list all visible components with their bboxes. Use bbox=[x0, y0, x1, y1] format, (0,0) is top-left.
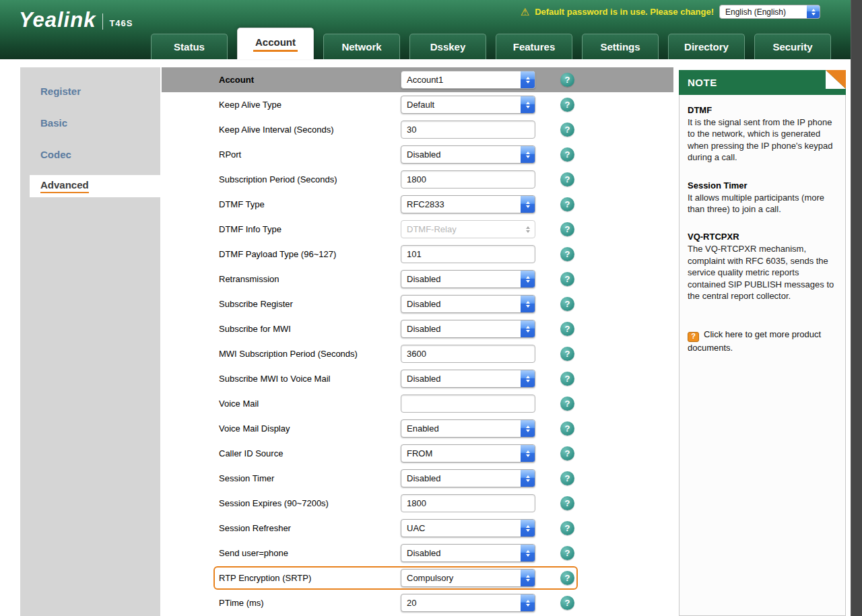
select-value: Disabled bbox=[407, 299, 441, 309]
help-icon[interactable]: ? bbox=[560, 471, 574, 485]
help-icon[interactable]: ? bbox=[560, 347, 574, 361]
help-icon[interactable]: ? bbox=[560, 123, 574, 137]
select-stepper bbox=[521, 520, 535, 537]
product-docs-link[interactable]: ?Click here to get more product document… bbox=[688, 329, 837, 353]
field-label: Keep Alive Interval (Seconds) bbox=[219, 117, 334, 142]
docs-help-icon[interactable]: ? bbox=[688, 332, 699, 342]
select-dtmf-type[interactable]: RFC2833 bbox=[401, 195, 535, 213]
help-icon[interactable]: ? bbox=[560, 247, 574, 261]
help-icon[interactable]: ? bbox=[560, 73, 574, 87]
help-icon[interactable]: ? bbox=[560, 98, 574, 112]
sidebar-item-label: Basic bbox=[40, 117, 67, 129]
input-voice-mail[interactable] bbox=[401, 395, 535, 413]
note-section-heading: VQ-RTCPXR bbox=[688, 232, 837, 242]
help-icon[interactable]: ? bbox=[560, 397, 574, 411]
input-session-expires-90-7200s[interactable] bbox=[401, 494, 535, 512]
select-retransmission[interactable]: Disabled bbox=[401, 270, 535, 288]
input-dtmf-payload-type-96-127[interactable] bbox=[401, 245, 535, 263]
chevron-down-icon bbox=[526, 205, 530, 208]
help-icon[interactable]: ? bbox=[560, 147, 574, 162]
field-control: UAC bbox=[401, 519, 535, 537]
tab-settings[interactable]: Settings bbox=[582, 34, 659, 59]
tab-security[interactable]: Security bbox=[754, 34, 831, 59]
tab-dsskey[interactable]: Dsskey bbox=[409, 34, 486, 59]
help-icon[interactable]: ? bbox=[560, 496, 574, 510]
select-session-timer[interactable]: Disabled bbox=[401, 469, 535, 487]
select-subscribe-register[interactable]: Disabled bbox=[401, 295, 535, 313]
tab-label: Status bbox=[174, 41, 205, 53]
input-mwi-subscription-period-seconds[interactable] bbox=[401, 345, 535, 363]
select-rport[interactable]: Disabled bbox=[401, 145, 535, 164]
help-icon[interactable]: ? bbox=[560, 421, 574, 436]
help-icon[interactable]: ? bbox=[560, 546, 574, 560]
tab-status[interactable]: Status bbox=[151, 34, 228, 59]
help-icon[interactable]: ? bbox=[560, 372, 574, 386]
select-value: Disabled bbox=[407, 374, 441, 384]
field-label: Voice Mail Display bbox=[219, 416, 290, 441]
form-row-rtp-encryption-srtp: RTP Encryption (SRTP)Compulsory? bbox=[162, 566, 679, 590]
select-voice-mail-display[interactable]: Enabled bbox=[401, 419, 535, 438]
help-icon[interactable]: ? bbox=[560, 297, 574, 311]
chevron-up-icon bbox=[526, 77, 530, 79]
tab-network[interactable]: Network bbox=[323, 34, 400, 59]
note-panel: NOTE DTMFIt is the signal sent from the … bbox=[679, 70, 846, 616]
help-icon[interactable]: ? bbox=[560, 571, 574, 585]
field-label: Retransmission bbox=[219, 267, 279, 292]
field-label: DTMF Payload Type (96~127) bbox=[219, 242, 336, 267]
chevron-up-icon bbox=[811, 9, 816, 11]
select-account[interactable]: Account1 bbox=[401, 71, 535, 89]
help-icon[interactable]: ? bbox=[560, 172, 574, 186]
help-icon[interactable]: ? bbox=[560, 596, 574, 610]
help-icon[interactable]: ? bbox=[560, 197, 574, 211]
select-rtp-encryption-srtp[interactable]: Compulsory bbox=[401, 569, 535, 587]
help-icon[interactable]: ? bbox=[560, 521, 574, 535]
field-control: Disabled bbox=[401, 544, 535, 562]
sidebar-item-basic[interactable]: Basic bbox=[20, 107, 160, 139]
form-row-keep-alive-interval-seconds: Keep Alive Interval (Seconds)? bbox=[162, 117, 679, 142]
tab-label: Account bbox=[253, 36, 298, 52]
chevron-down-icon bbox=[526, 529, 530, 532]
select-keep-alive-type[interactable]: Default bbox=[401, 96, 535, 114]
sidebar-item-register[interactable]: Register bbox=[20, 75, 160, 107]
field-control bbox=[401, 345, 535, 363]
sidebar-item-advanced[interactable]: Advanced bbox=[30, 175, 162, 197]
help-icon[interactable]: ? bbox=[560, 446, 574, 460]
tab-account[interactable]: Account bbox=[237, 28, 314, 59]
logo-text: Yealink bbox=[19, 8, 96, 32]
tab-features[interactable]: Features bbox=[496, 34, 572, 59]
input-subscription-period-seconds[interactable] bbox=[401, 170, 535, 189]
select-value: Compulsory bbox=[407, 573, 453, 583]
select-subscribe-mwi-to-voice-mail[interactable]: Disabled bbox=[401, 370, 535, 388]
language-select[interactable]: English (English) bbox=[719, 5, 820, 19]
select-ptime-ms[interactable]: 20 bbox=[401, 594, 535, 612]
tab-label: Features bbox=[513, 41, 556, 53]
form-row-retransmission: RetransmissionDisabled? bbox=[162, 267, 679, 292]
select-stepper bbox=[521, 96, 535, 113]
scrollbar-track[interactable] bbox=[851, 0, 862, 616]
help-icon[interactable]: ? bbox=[560, 322, 574, 336]
note-section-text: It allows multiple participants (more th… bbox=[688, 192, 837, 215]
form-row-mwi-subscription-period-seconds: MWI Subscription Period (Seconds)? bbox=[162, 341, 679, 366]
select-dtmf-info-type: DTMF-Relay bbox=[401, 220, 535, 238]
form-row-keep-alive-type: Keep Alive TypeDefault? bbox=[162, 92, 679, 117]
help-icon[interactable]: ? bbox=[560, 272, 574, 286]
select-send-user-phone[interactable]: Disabled bbox=[401, 544, 535, 562]
chevron-up-icon bbox=[526, 376, 530, 378]
select-session-refresher[interactable]: UAC bbox=[401, 519, 535, 537]
tab-directory[interactable]: Directory bbox=[668, 34, 745, 59]
chevron-up-icon bbox=[526, 575, 530, 578]
input-keep-alive-interval-seconds[interactable] bbox=[401, 121, 535, 139]
select-subscribe-for-mwi[interactable]: Disabled bbox=[401, 320, 535, 338]
note-section: DTMFIt is the signal sent from the IP ph… bbox=[688, 105, 837, 164]
sidebar-item-codec[interactable]: Codec bbox=[20, 139, 160, 170]
tab-label: Dsskey bbox=[430, 41, 466, 53]
chevron-up-icon bbox=[526, 600, 530, 603]
select-caller-id-source[interactable]: FROM bbox=[401, 444, 535, 463]
select-value: UAC bbox=[407, 523, 425, 533]
select-value: Enabled bbox=[407, 423, 439, 434]
select-value: Account1 bbox=[407, 75, 443, 85]
note-section: Session TimerIt allows multiple particip… bbox=[688, 180, 837, 215]
select-value: RFC2833 bbox=[407, 199, 444, 209]
chevron-up-icon bbox=[526, 550, 530, 553]
help-icon[interactable]: ? bbox=[560, 222, 574, 236]
